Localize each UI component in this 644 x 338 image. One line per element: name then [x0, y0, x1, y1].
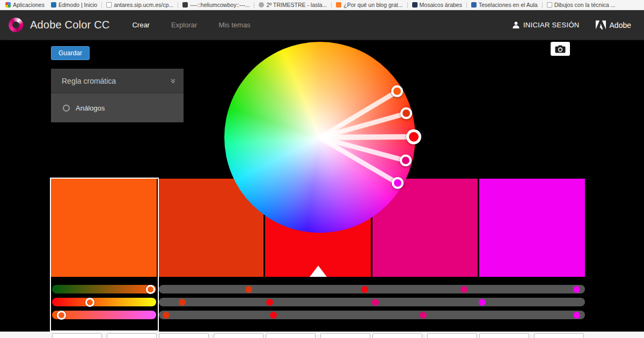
slider-r-gradient-bar[interactable] [52, 285, 156, 293]
radio-icon [63, 105, 70, 112]
nav-item-crear[interactable]: Crear [132, 21, 150, 29]
value-input-box[interactable] [214, 333, 264, 338]
sign-in-label: INICIAR SESIÓN [523, 21, 580, 29]
slider-dot-swatch5-b[interactable] [573, 312, 580, 319]
site-favicon-icon [182, 2, 188, 8]
blog-favicon-icon [336, 2, 341, 8]
sign-in-button[interactable]: INICIAR SESIÓN [513, 21, 580, 29]
slider-r-handle[interactable] [146, 285, 155, 294]
apps-grid-icon [5, 2, 11, 8]
nav-item-mis-temas[interactable]: Mis temas [218, 21, 250, 29]
bookmark-label: Teselaciones en el Aula [479, 2, 538, 8]
header-right: INICIAR SESIÓN Adobe [513, 20, 631, 30]
slider-b-handle[interactable] [57, 311, 66, 320]
slider-b-track [159, 311, 585, 319]
site-favicon-icon [471, 2, 477, 8]
wheel-handle-1[interactable] [391, 85, 403, 97]
swatch-1[interactable] [51, 179, 157, 277]
bookmark-item[interactable]: ¿Por qué un blog grat... [333, 2, 406, 8]
slider-dot-swatch3-b[interactable] [270, 312, 277, 319]
slider-g-gradient-bar[interactable] [52, 298, 156, 306]
slider-dot-swatch4-b[interactable] [420, 312, 427, 319]
value-input-box[interactable] [266, 333, 316, 338]
value-input-box[interactable] [159, 333, 209, 338]
value-input-box[interactable] [372, 333, 422, 338]
value-input-box[interactable] [107, 333, 157, 338]
bookmark-separator [331, 2, 332, 8]
wheel-handle-4[interactable] [400, 155, 412, 166]
app-title: Adobe Color CC [30, 19, 109, 31]
bookmark-label: Dibujos con la técnica ... [554, 2, 616, 8]
adobe-color-cc-app: AplicacionesEdmodo | Inicioantares.sip.u… [0, 0, 644, 338]
bookmark-item[interactable]: Mosaicos árabes [409, 2, 465, 8]
bookmark-separator [542, 2, 543, 8]
adobe-color-logo-icon[interactable] [9, 18, 23, 32]
browser-bookmarks-bar: AplicacionesEdmodo | Inicioantares.sip.u… [0, 0, 644, 10]
rule-panel-header[interactable]: Regla cromática [51, 69, 184, 93]
page-favicon-icon [547, 2, 552, 8]
bookmark-item[interactable]: 2º TRIMESTRE - lasla... [255, 2, 330, 8]
bookmark-item[interactable]: ----::heliumcowboy::---... [179, 2, 253, 8]
rule-panel-title: Regla cromática [62, 77, 116, 85]
adobe-logo-icon [596, 20, 606, 30]
rule-option-label: Análogos [76, 104, 105, 112]
value-input-box[interactable] [52, 333, 102, 338]
bookmark-item[interactable]: Aplicaciones [2, 2, 48, 8]
swatch-5[interactable] [479, 179, 585, 277]
bookmark-item[interactable]: Teselaciones en el Aula [468, 2, 541, 8]
slider-dot-swatch5-g[interactable] [479, 299, 486, 306]
bookmark-separator [178, 2, 178, 8]
bookmark-label: ----::heliumcowboy::---... [190, 2, 250, 8]
slider-dot-swatch4-r[interactable] [460, 286, 467, 293]
wheel-handle-3[interactable] [406, 129, 421, 144]
site-favicon-icon [259, 2, 264, 8]
app-header: Adobe Color CC CrearExplorarMis temas IN… [0, 10, 644, 40]
camera-button[interactable] [551, 42, 570, 56]
color-rule-panel: Regla cromática Análogos [51, 69, 184, 122]
bookmark-item[interactable]: antares.sip.ucm.es/cp... [103, 2, 177, 8]
mosaic-favicon-icon [412, 2, 418, 8]
rule-option-analogos[interactable]: Análogos [51, 93, 184, 122]
value-input-box[interactable] [320, 333, 370, 338]
bookmark-label: antares.sip.ucm.es/cp... [114, 2, 173, 8]
adobe-brand-label: Adobe [610, 21, 631, 30]
bookmark-item[interactable]: Dibujos con la técnica ... [544, 2, 619, 8]
wheel-handle-5[interactable] [392, 177, 404, 189]
bookmark-separator [254, 2, 254, 8]
value-input-box[interactable] [534, 333, 584, 338]
bookmark-label: Aplicaciones [13, 2, 45, 8]
bookmark-separator [407, 2, 408, 8]
bookmark-separator [101, 2, 102, 8]
slider-dot-swatch3-r[interactable] [361, 286, 368, 293]
adobe-brand-link[interactable]: Adobe [596, 20, 631, 30]
slider-dot-swatch5-r[interactable] [573, 286, 580, 293]
nav-item-explorar[interactable]: Explorar [171, 21, 197, 29]
slider-dot-swatch2-b[interactable] [163, 312, 170, 319]
slider-dot-swatch2-g[interactable] [179, 299, 186, 306]
value-input-box[interactable] [479, 333, 529, 338]
bookmark-separator [466, 2, 467, 8]
page-favicon-icon [106, 2, 112, 8]
bookmark-label: ¿Por qué un blog grat... [343, 2, 402, 8]
slider-r-track [159, 285, 585, 293]
bookmark-item[interactable]: Edmodo | Inicio [48, 2, 100, 8]
base-color-marker [310, 266, 327, 277]
wheel-handle-2[interactable] [400, 107, 412, 119]
slider-dot-swatch3-g[interactable] [266, 299, 273, 306]
slider-b-gradient-bar[interactable] [52, 311, 156, 319]
value-input-box[interactable] [427, 333, 477, 338]
edmodo-favicon-icon [51, 2, 56, 8]
slider-dot-swatch4-g[interactable] [372, 299, 379, 306]
bookmark-label: Mosaicos árabes [420, 2, 462, 8]
slider-dot-swatch2-r[interactable] [245, 286, 252, 293]
save-button[interactable]: Guardar [51, 46, 90, 60]
main-nav: CrearExplorarMis temas [132, 21, 250, 29]
bookmark-label: Edmodo | Inicio [58, 2, 97, 8]
slider-g-handle[interactable] [85, 298, 94, 307]
camera-icon [555, 45, 566, 53]
bookmark-label: 2º TRIMESTRE - lasla... [266, 2, 327, 8]
user-icon [513, 21, 519, 28]
chevron-double-down-icon [170, 78, 178, 83]
